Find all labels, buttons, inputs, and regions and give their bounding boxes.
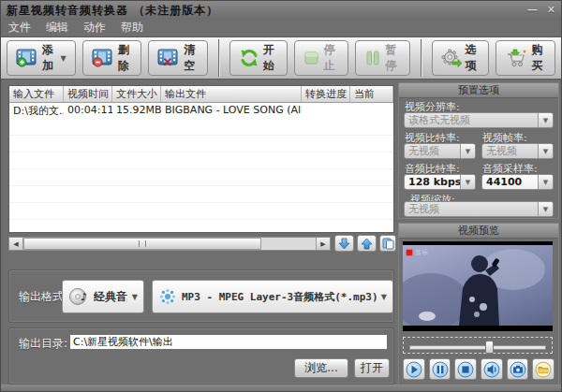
format-category-select[interactable]: ♪ 经典音频 ▼	[62, 280, 144, 313]
film-delete-icon	[92, 49, 114, 67]
audio-bitrate-value: 128 kbps	[405, 176, 460, 188]
pause-playback-button[interactable]	[429, 358, 451, 380]
video-preview-panel: 视频预览 音乐	[398, 223, 559, 385]
film-add-icon	[16, 49, 38, 67]
player-controls	[401, 358, 556, 380]
output-format-label: 输出格式:	[19, 289, 67, 305]
add-dropdown-icon[interactable]: ▼	[61, 54, 67, 63]
snapshot-button[interactable]	[507, 358, 529, 380]
browse-button[interactable]: 浏览...	[294, 358, 348, 378]
menu-edit[interactable]: 编辑	[46, 21, 68, 35]
speaker-icon	[483, 361, 500, 378]
col-input-file[interactable]: 输入文件	[9, 86, 64, 102]
framerate-select[interactable]: 无视频 ▼	[481, 143, 554, 159]
delete-button[interactable]: 删除	[82, 40, 142, 76]
table-header: 输入文件 视频时间 文件大小 输出文件 转换进度 当前	[9, 86, 393, 103]
window-title: 新星视频转音频转换器 （未注册版本）	[7, 3, 218, 19]
scrollbar-thumb[interactable]	[23, 238, 261, 250]
open-button-label: 打开	[361, 360, 383, 376]
preset-panel-title: 预置选项	[399, 83, 558, 98]
menu-bar: 文件 编辑 动作 帮助	[1, 20, 561, 36]
seek-thumb[interactable]	[485, 341, 494, 354]
menu-action[interactable]: 动作	[83, 21, 106, 35]
col-output-file[interactable]: 输出文件	[161, 86, 302, 102]
play-icon	[406, 361, 422, 378]
empty-row	[9, 203, 393, 220]
buy-button[interactable]: 购买	[495, 40, 555, 76]
video-preview-frame[interactable]: 音乐	[403, 241, 553, 331]
camera-icon	[510, 361, 526, 378]
chevron-down-icon: ▼	[460, 144, 475, 158]
minimize-button[interactable]: —	[527, 4, 538, 17]
start-button[interactable]: 开始	[229, 40, 288, 76]
close-button[interactable]: ✕	[547, 4, 555, 17]
play-button[interactable]	[403, 358, 425, 380]
toolbar-separator	[218, 39, 219, 77]
output-dir-group: 输出目录: 浏览... 打开	[8, 327, 394, 385]
cell-file-size: 15.92MB	[112, 103, 161, 119]
move-down-button[interactable]	[334, 235, 354, 252]
toolbar-separator	[421, 39, 422, 77]
window-bottom-strip	[1, 385, 561, 391]
col-duration[interactable]: 视频时间	[64, 86, 112, 102]
stop-button[interactable]: 停止	[294, 40, 349, 76]
col-file-size[interactable]: 文件大小	[112, 86, 161, 102]
chevron-down-icon: ▼	[538, 175, 553, 189]
open-folder-button[interactable]	[532, 358, 555, 380]
preview-panel-title: 视频预览	[399, 224, 558, 239]
watermark-text: 音乐	[415, 248, 428, 257]
audio-bitrate-select[interactable]: 128 kbps ▼	[404, 174, 476, 190]
clear-button[interactable]: ✕ 清空	[148, 40, 208, 76]
empty-row	[9, 119, 393, 136]
add-button[interactable]: 添加 ▼	[7, 40, 76, 76]
menu-help[interactable]: 帮助	[121, 21, 143, 35]
stop-button-label: 停止	[324, 42, 340, 74]
pause-button[interactable]: 暂停	[355, 40, 410, 76]
copy-item-button[interactable]	[379, 235, 396, 252]
chevron-down-icon: ▼	[381, 293, 387, 301]
seek-bar[interactable]	[403, 337, 553, 354]
col-progress[interactable]: 转换进度	[302, 86, 350, 102]
samplerate-select[interactable]: 44100 ▼	[481, 174, 554, 190]
chevron-down-icon: ▼	[538, 113, 553, 127]
cell-duration: 00:04:11	[64, 103, 112, 119]
format-value: MP3 - MPEG Layer-3音频格式(*.mp3)	[182, 290, 377, 304]
scroll-left-arrow-icon[interactable]: ◀	[9, 238, 23, 250]
resolution-value: 该格式无视频	[405, 113, 538, 127]
scrollbar-grip	[139, 240, 146, 247]
col-current[interactable]: 当前	[350, 86, 393, 102]
open-button[interactable]: 打开	[354, 358, 390, 378]
cell-progress	[302, 103, 350, 119]
scroll-right-arrow-icon[interactable]: ▶	[316, 238, 330, 250]
video-bitrate-select[interactable]: 无视频 ▼	[404, 143, 476, 159]
chevron-down-icon: ▼	[132, 293, 138, 301]
scale-select[interactable]: 无视频 ▼	[404, 201, 554, 217]
stop-playback-button[interactable]	[454, 358, 477, 380]
empty-row	[9, 152, 393, 169]
cell-input-file: D:\我的文...	[9, 103, 64, 119]
pause-icon	[432, 361, 449, 378]
video-bitrate-value: 无视频	[405, 144, 460, 158]
framerate-value: 无视频	[482, 144, 538, 158]
format-select[interactable]: MP3 - MPEG Layer-3音频格式(*.mp3) ▼	[152, 280, 393, 313]
pause-convert-icon	[364, 50, 381, 66]
empty-row	[9, 220, 393, 233]
format-burst-icon	[158, 287, 177, 306]
table-horizontal-scrollbar[interactable]: ◀ ▶	[8, 237, 331, 251]
output-format-group: 输出格式: ♪ 经典音频 ▼ M	[8, 269, 394, 323]
output-dir-input[interactable]	[69, 334, 388, 350]
video-watermark: 音乐	[406, 248, 428, 257]
menu-file[interactable]: 文件	[8, 21, 31, 35]
browse-button-label: 浏览...	[304, 360, 337, 376]
file-list-table[interactable]: 输入文件 视频时间 文件大小 输出文件 转换进度 当前 D:\我的文... 00…	[8, 85, 394, 233]
chevron-down-icon: ▼	[538, 144, 553, 158]
mute-button[interactable]	[481, 358, 503, 380]
options-button[interactable]: 选项	[432, 40, 490, 76]
resolution-select[interactable]: 该格式无视频 ▼	[404, 112, 554, 128]
samplerate-value: 44100	[482, 176, 538, 188]
arrow-down-icon	[338, 238, 350, 250]
seek-track[interactable]	[409, 345, 546, 350]
table-row[interactable]: D:\我的文... 00:04:11 15.92MB BIGBANG - LOV…	[9, 103, 393, 119]
move-up-button[interactable]	[357, 235, 377, 252]
clear-button-label: 清空	[184, 42, 199, 74]
